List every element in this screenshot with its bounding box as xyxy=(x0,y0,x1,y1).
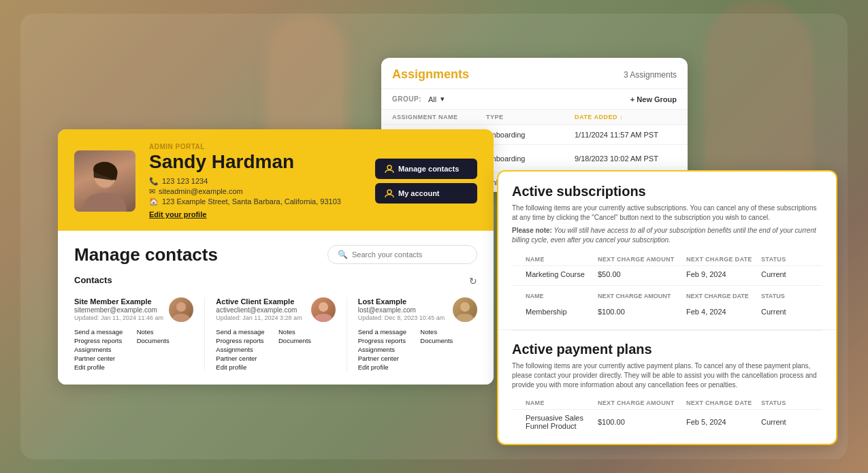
manage-contacts-button[interactable]: Manage contacts xyxy=(375,159,477,179)
location-icon: 🏠 xyxy=(149,197,159,206)
sub-1-status: Current xyxy=(761,270,809,278)
contact-1-name: Site Member Example xyxy=(74,297,169,306)
refresh-icon[interactable]: ↻ xyxy=(469,276,477,287)
subscription-row-2: Name Next charge amount Next charge date… xyxy=(512,285,822,304)
my-account-button[interactable]: My account xyxy=(375,183,477,203)
contact-2-links: Send a message Notes Progress reports Do… xyxy=(216,328,335,371)
contact-1-notes[interactable]: Notes xyxy=(137,328,194,336)
contact-1-documents[interactable]: Documents xyxy=(137,337,194,344)
manage-contacts-title: Manage contacts xyxy=(74,244,218,265)
sub-1-name: Marketing Course xyxy=(526,270,598,278)
profile-email: ✉ siteadmin@example.com xyxy=(149,187,361,196)
contact-2-documents[interactable]: Documents xyxy=(278,337,336,344)
edit-profile-link[interactable]: Edit your profile xyxy=(149,210,206,218)
subscription-row-1: Marketing Course $50.00 Feb 9, 2024 Curr… xyxy=(512,266,822,282)
avatar-image xyxy=(74,150,135,212)
col-assignment-name: ASSIGNMENT NAME xyxy=(392,114,486,120)
contact-3-progress-reports[interactable]: Progress reports xyxy=(358,337,415,344)
contact-2-notes[interactable]: Notes xyxy=(278,328,336,336)
contact-1-send-message[interactable]: Send a message xyxy=(74,328,131,336)
group-value: All xyxy=(428,95,436,103)
phone-icon: 📞 xyxy=(149,177,159,186)
account-icon xyxy=(385,189,394,198)
contact-3-notes[interactable]: Notes xyxy=(420,328,477,336)
contact-2-assignments[interactable]: Assignments xyxy=(216,346,273,353)
contact-2-progress-reports[interactable]: Progress reports xyxy=(216,337,273,344)
search-bar[interactable]: 🔍 xyxy=(327,245,477,264)
contacts-icon xyxy=(385,164,394,174)
admin-portal-label: ADMIN PORTAL xyxy=(149,143,361,150)
contact-2-partner-center[interactable]: Partner center xyxy=(216,355,273,362)
profile-info: ADMIN PORTAL Sandy Hardman 📞 123 123 123… xyxy=(149,143,361,220)
sub2-col-name: Name xyxy=(526,293,598,299)
sub-col-date: Next charge date xyxy=(686,256,761,263)
note-text: You will still have access to all of you… xyxy=(512,227,816,244)
profile-phone: 📞 123 123 1234 xyxy=(149,177,361,186)
group-select[interactable]: All ▾ xyxy=(428,95,445,103)
contact-3-edit-profile[interactable]: Edit profile xyxy=(358,363,415,371)
sub-col-amount: Next charge amount xyxy=(598,256,686,263)
subscriptions-description: The following items are your currently a… xyxy=(512,203,822,223)
contact-1-assignments[interactable]: Assignments xyxy=(74,346,131,353)
assignments-group-row: GROUP: All ▾ + New Group xyxy=(381,89,688,110)
payment-plans-section: Active payment plans The following items… xyxy=(498,331,836,444)
pay-1-status: Current xyxy=(761,418,809,426)
contact-3-email: lost@example.com xyxy=(358,306,453,314)
contact-item-1: Site Member Example sitemember@example.c… xyxy=(74,297,205,371)
svg-point-3 xyxy=(387,190,391,194)
contact-2-updated: Updated: Jan 11, 2024 3:28 am xyxy=(216,314,310,321)
sub-col-name: Name xyxy=(526,256,598,263)
active-subscriptions-section: Active subscriptions The following items… xyxy=(498,172,836,330)
contact-1-progress-reports[interactable]: Progress reports xyxy=(74,337,131,344)
contact-1-partner-center[interactable]: Partner center xyxy=(74,355,131,362)
profile-card: ADMIN PORTAL Sandy Hardman 📞 123 123 123… xyxy=(58,129,494,385)
sub-2-name: Membership xyxy=(526,308,598,316)
subscriptions-note: Please note: You will still have access … xyxy=(512,226,822,245)
contact-3-header: Lost Example lost@example.com Updated: D… xyxy=(358,297,477,325)
contact-2-edit-profile[interactable]: Edit profile xyxy=(216,363,273,371)
chevron-down-icon: ▾ xyxy=(440,95,445,103)
new-group-button[interactable]: + New Group xyxy=(630,95,677,103)
contact-2-avatar xyxy=(311,297,336,322)
contact-3-avatar xyxy=(453,297,477,322)
assignments-count: 3 Assignments xyxy=(624,70,677,80)
contact-3-send-message[interactable]: Send a message xyxy=(358,328,415,336)
contact-3-documents[interactable]: Documents xyxy=(420,337,477,344)
email-icon: ✉ xyxy=(149,187,155,196)
contact-2-send-message[interactable]: Send a message xyxy=(216,328,273,336)
pay-1-name: Persuasive Sales Funnel Product xyxy=(526,414,598,430)
pay-col-status: Status xyxy=(761,399,809,406)
contacts-list: Site Member Example sitemember@example.c… xyxy=(74,297,477,371)
pay-1-date: Feb 5, 2024 xyxy=(686,418,761,426)
contact-1-links: Send a message Notes Progress reports Do… xyxy=(74,328,193,371)
subscription-row-2-data: Membership $100.00 Feb 4, 2024 Current xyxy=(512,304,822,320)
payment-row-1: Persuasive Sales Funnel Product $100.00 … xyxy=(512,410,822,434)
sub-table-header: Name Next charge amount Next charge date… xyxy=(512,252,822,266)
col-date-added: DATE ADDED ↓ xyxy=(575,114,677,120)
svg-point-4 xyxy=(176,302,186,312)
profile-address: 🏠 123 Example Street, Santa Barbara, Cal… xyxy=(149,197,361,206)
profile-header: ADMIN PORTAL Sandy Hardman 📞 123 123 123… xyxy=(58,129,494,231)
manage-contacts-header: Manage contacts 🔍 xyxy=(74,244,477,265)
manage-contacts-section: Manage contacts 🔍 Contacts ↻ Site Member… xyxy=(58,231,494,385)
assignment-type-1: Onboarding xyxy=(486,131,575,139)
group-label: GROUP: xyxy=(392,95,421,103)
contact-3-partner-center[interactable]: Partner center xyxy=(358,355,415,362)
search-icon: 🔍 xyxy=(338,250,348,259)
contact-3-info: Lost Example lost@example.com Updated: D… xyxy=(358,297,453,325)
col-type: TYPE xyxy=(486,114,575,120)
svg-point-2 xyxy=(387,165,391,169)
contact-1-avatar xyxy=(169,297,193,322)
pay-col-amount: Next charge amount xyxy=(598,399,686,406)
contact-3-assignments[interactable]: Assignments xyxy=(358,346,415,353)
contact-1-edit-profile[interactable]: Edit profile xyxy=(74,363,131,371)
assignment-type-2: Onboarding xyxy=(486,154,575,163)
contact-item-3: Lost Example lost@example.com Updated: D… xyxy=(358,297,477,371)
assignment-date-2: 9/18/2023 10:02 AM PST xyxy=(575,154,677,163)
contacts-section-label: Contacts xyxy=(74,275,112,285)
sub-col-status: Status xyxy=(761,256,809,263)
search-input[interactable] xyxy=(352,250,467,259)
assignments-header: Assignments 3 Assignments xyxy=(381,58,688,89)
contact-2-name: Active Client Example xyxy=(216,297,310,306)
payment-plans-title: Active payment plans xyxy=(512,342,822,357)
